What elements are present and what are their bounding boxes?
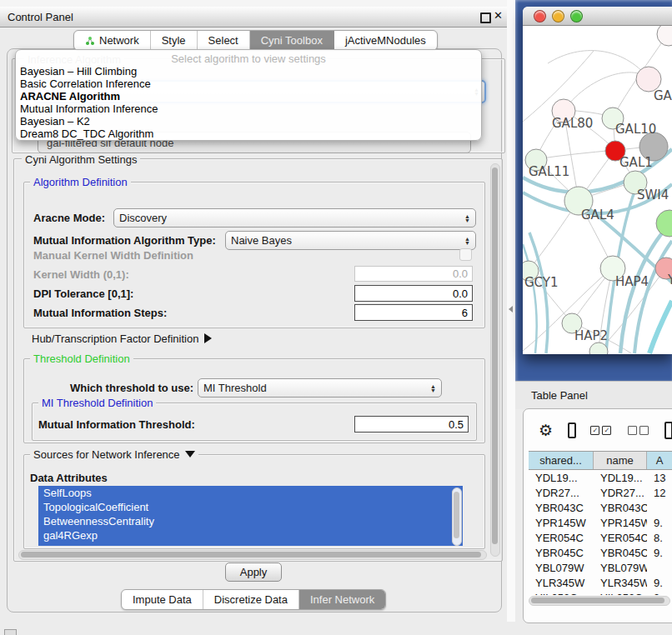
stepper-arrows-icon: ▲▼ bbox=[464, 237, 470, 245]
table-rows: YDL19...YDL19...13YDR27...YDR27...12YBR0… bbox=[529, 470, 672, 595]
node-label: GAL bbox=[654, 88, 672, 103]
settings-horizontal-scrollbar[interactable] bbox=[18, 550, 487, 560]
tab-jactivemnodules[interactable]: jActiveMNodules bbox=[334, 31, 437, 50]
node-label: GAL11 bbox=[529, 164, 569, 179]
table-row[interactable]: YLR345WYLR345W9. bbox=[529, 575, 672, 590]
algorithm-popup-item[interactable]: ARACNE Algorithm bbox=[16, 90, 481, 102]
gear-icon[interactable]: ⚙ bbox=[539, 421, 553, 440]
table-hscroll-thumb[interactable] bbox=[531, 598, 664, 603]
algorithm-popup-item[interactable]: Bayesian – K2 bbox=[16, 115, 481, 128]
hub-definition-toggle[interactable]: Hub/Transcription Factor Definition bbox=[32, 332, 212, 345]
node-label: Y bbox=[667, 272, 672, 288]
data-attribute-item[interactable]: gal4RGexp bbox=[38, 528, 463, 542]
popup-prompt: Select algorithm to view settings bbox=[16, 52, 481, 65]
table-cell: YIL052C bbox=[594, 592, 647, 596]
table-cell: YPR145W bbox=[529, 517, 594, 529]
split-columns-icon[interactable] bbox=[568, 422, 576, 438]
minimize-traffic-light-icon[interactable] bbox=[552, 10, 564, 22]
table-cell: YER054C bbox=[594, 532, 647, 544]
table-row[interactable]: YER054CYER054C8. bbox=[529, 530, 672, 545]
data-attribute-item[interactable]: BetweennessCentrality bbox=[38, 514, 463, 528]
control-panel-titlebar[interactable]: Control Panel bbox=[0, 7, 507, 28]
float-window-icon[interactable] bbox=[480, 12, 491, 23]
table-row[interactable]: YIL052CYIL052C9 bbox=[529, 590, 672, 595]
mi-steps-label: Mutual Information Steps: bbox=[33, 307, 167, 319]
table-cell: YLR345W bbox=[594, 577, 647, 589]
aracne-mode-combobox[interactable]: Discovery ▲▼ bbox=[113, 208, 476, 228]
table-row[interactable]: YBR045CYBR045C9. bbox=[529, 545, 672, 560]
attributes-vertical-scrollbar[interactable] bbox=[452, 488, 462, 546]
tab-discretize-data[interactable]: Discretize Data bbox=[203, 590, 299, 609]
unchecked-boxes-icon[interactable]: ✓✓ bbox=[628, 426, 651, 435]
splitter-arrow-icon[interactable] bbox=[509, 306, 513, 312]
network-node[interactable] bbox=[657, 26, 672, 46]
data-attributes-list[interactable]: SelfLoopsTopologicalCoefficientBetweenne… bbox=[38, 486, 463, 546]
tab-impute-data[interactable]: Impute Data bbox=[122, 590, 203, 609]
tab-select[interactable]: Select bbox=[198, 31, 250, 50]
mi-threshold-field[interactable]: 0.5 bbox=[354, 416, 469, 432]
page-icon[interactable] bbox=[664, 422, 672, 439]
threshold-definition-title: Threshold Definition bbox=[30, 352, 133, 365]
control-panel-tabbar: NetworkStyleSelectCyni ToolboxjActiveMNo… bbox=[73, 30, 438, 51]
table-row[interactable]: YPR145WYPR145W9. bbox=[529, 515, 672, 530]
mi-steps-field[interactable]: 6 bbox=[354, 304, 473, 321]
expand-down-icon bbox=[185, 451, 195, 458]
table-header-row: shared...nameA bbox=[529, 451, 672, 470]
manual-kernel-checkbox[interactable] bbox=[459, 248, 472, 261]
network-node[interactable] bbox=[656, 210, 672, 237]
table-row[interactable]: YBL079WYBL079W bbox=[529, 560, 672, 575]
which-threshold-combobox[interactable]: MI Threshold ▲▼ bbox=[198, 378, 442, 398]
which-threshold-value: MI Threshold bbox=[203, 382, 427, 394]
data-attribute-item[interactable]: SelfLoops bbox=[38, 486, 463, 500]
cyni-settings-title: Cyni Algorithm Settings bbox=[22, 153, 140, 166]
aracne-mode-value: Discovery bbox=[119, 212, 461, 224]
table-row[interactable]: YDL19...YDL19...13 bbox=[529, 470, 672, 485]
checked-boxes-icon[interactable]: ✓✓ bbox=[590, 426, 614, 435]
attributes-vscroll-thumb[interactable] bbox=[454, 492, 459, 538]
settings-vscroll-thumb[interactable] bbox=[492, 168, 498, 544]
table-cell: YER054C bbox=[529, 532, 594, 544]
column-header-3[interactable]: A bbox=[647, 452, 672, 469]
zoom-traffic-light-icon[interactable] bbox=[570, 10, 583, 22]
close-traffic-light-icon[interactable] bbox=[534, 10, 546, 22]
close-icon[interactable]: ✕ bbox=[494, 9, 503, 22]
algorithm-popup-item[interactable]: Basic Correlation Inference bbox=[16, 78, 481, 90]
mi-type-combobox[interactable]: Naive Bayes ▲▼ bbox=[225, 231, 476, 250]
algorithm-popup-item[interactable]: Mutual Information Inference bbox=[16, 102, 481, 115]
table-cell: YBR043C bbox=[529, 502, 594, 514]
tab-cyni-toolbox[interactable]: Cyni Toolbox bbox=[250, 31, 334, 50]
settings-vertical-scrollbar[interactable] bbox=[490, 163, 500, 557]
node-label: GAL80 bbox=[552, 116, 593, 131]
control-panel-title: Control Panel bbox=[8, 11, 73, 23]
network-window[interactable]: GALGAL80GAL10GAL1GAL11SWI4GAL4GCY1HAP4YH… bbox=[523, 7, 672, 354]
tab-network[interactable]: Network bbox=[74, 31, 151, 50]
node-label: HAP2 bbox=[574, 328, 608, 343]
apply-button[interactable]: Apply bbox=[225, 562, 282, 582]
table-row[interactable]: YDR27...YDR27...12 bbox=[529, 485, 672, 500]
data-attribute-item[interactable]: TopologicalCoefficient bbox=[38, 500, 463, 514]
bottom-left-partial-icon bbox=[4, 629, 17, 635]
table-cell: YBR045C bbox=[529, 547, 594, 559]
tab-infer-network[interactable]: Infer Network bbox=[299, 590, 385, 609]
table-row[interactable]: YBR043CYBR043C bbox=[529, 500, 672, 515]
table-cell: YBL079W bbox=[529, 562, 594, 574]
network-window-titlebar[interactable] bbox=[523, 7, 672, 26]
table-toolbar: ⚙ ✓✓ ✓✓ bbox=[524, 414, 672, 446]
settings-hscroll-thumb[interactable] bbox=[21, 552, 481, 558]
dpi-tolerance-field[interactable]: 0.0 bbox=[354, 285, 473, 302]
table-cell: YDL19... bbox=[594, 472, 647, 484]
kernel-width-field[interactable]: 0.0 bbox=[354, 266, 473, 282]
column-header-2[interactable]: name bbox=[594, 452, 647, 469]
mi-type-label: Mutual Information Algorithm Type: bbox=[33, 234, 216, 247]
column-header-1[interactable]: shared... bbox=[529, 452, 594, 469]
tab-style[interactable]: Style bbox=[151, 31, 198, 50]
algorithm-popup-item[interactable]: Dream8 DC_TDC Algorithm bbox=[16, 128, 481, 140]
tab-label: Style bbox=[162, 34, 186, 47]
table-horizontal-scrollbar[interactable] bbox=[529, 596, 670, 606]
manual-kernel-label: Manual Kernel Width Definition bbox=[33, 249, 193, 262]
node-label: GAL10 bbox=[615, 122, 656, 137]
algorithm-popup-item[interactable]: Bayesian – Hill Climbing bbox=[16, 65, 481, 78]
application-window: Control Panel ✕ NetworkStyleSelectCyni T… bbox=[0, 0, 672, 635]
network-canvas[interactable]: GALGAL80GAL10GAL1GAL11SWI4GAL4GCY1HAP4YH… bbox=[523, 26, 672, 354]
sources-group-toggle[interactable]: Sources for Network Inference bbox=[30, 448, 198, 461]
